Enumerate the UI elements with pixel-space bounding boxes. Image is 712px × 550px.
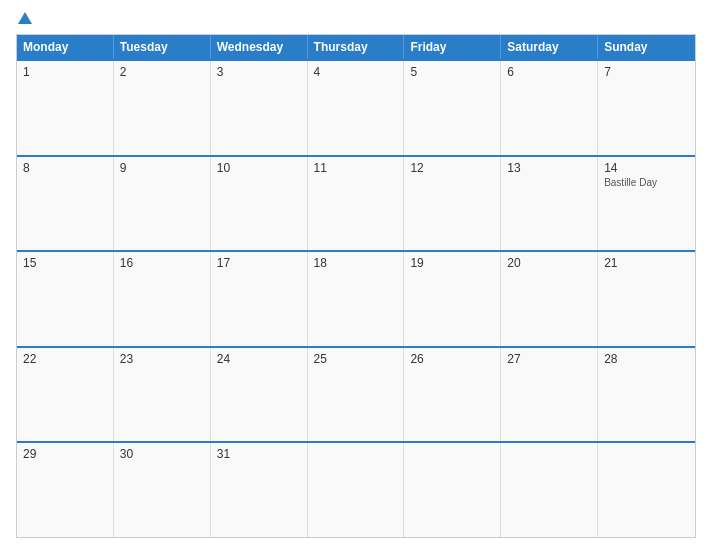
header-monday: Monday [17,35,114,59]
day-number: 29 [23,447,107,461]
header-sunday: Sunday [598,35,695,59]
day-cell: 12 [404,157,501,251]
day-number: 18 [314,256,398,270]
day-cell: 11 [308,157,405,251]
header [16,12,696,26]
week-row-1: 1234567 [17,59,695,155]
day-number: 17 [217,256,301,270]
day-number: 11 [314,161,398,175]
day-number: 28 [604,352,689,366]
week-row-5: 293031 [17,441,695,537]
header-saturday: Saturday [501,35,598,59]
day-cell [598,443,695,537]
day-number: 24 [217,352,301,366]
day-cell: 7 [598,61,695,155]
day-cell: 24 [211,348,308,442]
day-number: 19 [410,256,494,270]
day-cell: 31 [211,443,308,537]
calendar-page: Monday Tuesday Wednesday Thursday Friday… [0,0,712,550]
day-cell: 16 [114,252,211,346]
day-number: 3 [217,65,301,79]
day-cell: 21 [598,252,695,346]
day-cell: 9 [114,157,211,251]
day-cell [404,443,501,537]
logo-triangle-icon [18,12,32,24]
day-cell: 15 [17,252,114,346]
day-cell: 18 [308,252,405,346]
day-number: 4 [314,65,398,79]
day-cell: 20 [501,252,598,346]
day-cell: 22 [17,348,114,442]
day-cell: 8 [17,157,114,251]
day-cell: 13 [501,157,598,251]
calendar-grid: Monday Tuesday Wednesday Thursday Friday… [16,34,696,538]
day-cell: 17 [211,252,308,346]
day-cell: 1 [17,61,114,155]
day-cell: 6 [501,61,598,155]
day-cell: 10 [211,157,308,251]
week-row-3: 15161718192021 [17,250,695,346]
day-number: 30 [120,447,204,461]
header-tuesday: Tuesday [114,35,211,59]
week-row-4: 22232425262728 [17,346,695,442]
day-number: 14 [604,161,689,175]
day-number: 22 [23,352,107,366]
day-number: 12 [410,161,494,175]
header-friday: Friday [404,35,501,59]
day-number: 31 [217,447,301,461]
day-cell: 3 [211,61,308,155]
day-number: 2 [120,65,204,79]
day-number: 1 [23,65,107,79]
day-cell: 23 [114,348,211,442]
day-number: 25 [314,352,398,366]
day-cell: 2 [114,61,211,155]
day-cell [501,443,598,537]
day-cell [308,443,405,537]
day-cell: 5 [404,61,501,155]
day-cell: 28 [598,348,695,442]
day-number: 7 [604,65,689,79]
day-number: 15 [23,256,107,270]
day-cell: 19 [404,252,501,346]
day-number: 9 [120,161,204,175]
day-number: 23 [120,352,204,366]
header-thursday: Thursday [308,35,405,59]
day-number: 21 [604,256,689,270]
day-number: 16 [120,256,204,270]
header-wednesday: Wednesday [211,35,308,59]
day-number: 8 [23,161,107,175]
day-number: 10 [217,161,301,175]
holiday-label: Bastille Day [604,177,689,188]
day-number: 13 [507,161,591,175]
day-cell: 27 [501,348,598,442]
day-cell: 14Bastille Day [598,157,695,251]
logo [16,12,32,26]
day-cell: 4 [308,61,405,155]
weekday-header-row: Monday Tuesday Wednesday Thursday Friday… [17,35,695,59]
day-number: 20 [507,256,591,270]
day-cell: 30 [114,443,211,537]
day-number: 27 [507,352,591,366]
day-cell: 29 [17,443,114,537]
week-row-2: 891011121314Bastille Day [17,155,695,251]
day-number: 5 [410,65,494,79]
day-number: 6 [507,65,591,79]
day-cell: 26 [404,348,501,442]
day-cell: 25 [308,348,405,442]
calendar-body: 1234567891011121314Bastille Day151617181… [17,59,695,537]
day-number: 26 [410,352,494,366]
